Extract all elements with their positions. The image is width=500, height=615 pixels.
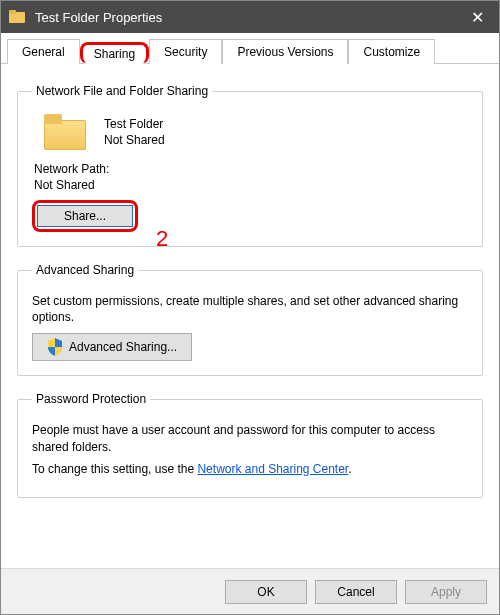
cancel-button[interactable]: Cancel	[315, 580, 397, 604]
network-sharing-center-link[interactable]: Network and Sharing Center	[197, 462, 348, 476]
shield-icon	[47, 338, 63, 356]
advanced-sharing-button[interactable]: Advanced Sharing...	[32, 333, 192, 361]
password-change-suffix: .	[348, 462, 351, 476]
share-status: Not Shared	[104, 132, 165, 148]
folder-large-icon	[42, 112, 88, 152]
titlebar: Test Folder Properties ✕	[1, 1, 499, 33]
properties-dialog: Test Folder Properties ✕ General Sharing…	[0, 0, 500, 615]
tab-content: Network File and Folder Sharing Test Fol…	[1, 64, 499, 498]
advanced-sharing-group: Advanced Sharing Set custom permissions,…	[17, 263, 483, 376]
close-button[interactable]: ✕	[455, 1, 499, 33]
tab-security[interactable]: Security	[149, 39, 222, 64]
dialog-footer: OK Cancel Apply	[1, 568, 499, 614]
window-title: Test Folder Properties	[35, 10, 455, 25]
close-icon: ✕	[471, 8, 484, 27]
tab-customize[interactable]: Customize	[348, 39, 435, 64]
network-path-label: Network Path:	[34, 162, 468, 176]
tab-sharing[interactable]: Sharing	[80, 42, 149, 64]
tab-previous-versions[interactable]: Previous Versions	[222, 39, 348, 64]
advanced-sharing-desc: Set custom permissions, create multiple …	[32, 293, 468, 325]
network-sharing-legend: Network File and Folder Sharing	[32, 84, 212, 98]
ok-button[interactable]: OK	[225, 580, 307, 604]
advanced-sharing-button-label: Advanced Sharing...	[69, 340, 177, 354]
password-protection-change: To change this setting, use the Network …	[32, 461, 468, 477]
password-protection-group: Password Protection People must have a u…	[17, 392, 483, 498]
share-button-highlight: Share...	[32, 200, 138, 232]
advanced-sharing-legend: Advanced Sharing	[32, 263, 138, 277]
apply-button[interactable]: Apply	[405, 580, 487, 604]
network-path-value: Not Shared	[34, 178, 468, 192]
password-protection-desc: People must have a user account and pass…	[32, 422, 468, 454]
folder-name: Test Folder	[104, 116, 165, 132]
folder-share-row: Test Folder Not Shared	[42, 112, 468, 152]
share-button[interactable]: Share...	[37, 205, 133, 227]
password-protection-legend: Password Protection	[32, 392, 150, 406]
folder-share-info: Test Folder Not Shared	[104, 116, 165, 148]
password-change-prefix: To change this setting, use the	[32, 462, 197, 476]
tab-general[interactable]: General	[7, 39, 80, 64]
network-sharing-group: Network File and Folder Sharing Test Fol…	[17, 84, 483, 247]
tab-bar: General Sharing Security Previous Versio…	[1, 33, 499, 64]
folder-icon	[9, 10, 25, 24]
